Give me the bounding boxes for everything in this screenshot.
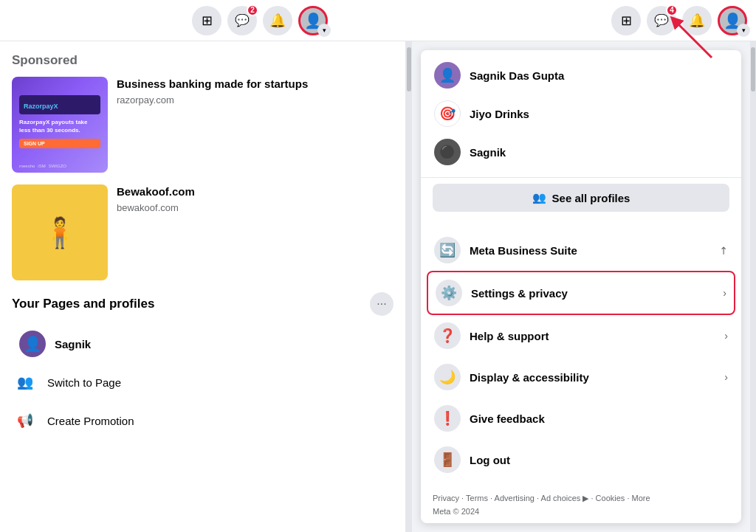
left-panel: Sponsored RazorpayX RazorpayX payouts ta… — [0, 41, 406, 532]
feedback-icon: ❗ — [434, 405, 461, 432]
settings-icon: ⚙️ — [436, 280, 462, 306]
razorpay-ad-title: Business banking made for startups — [117, 77, 308, 91]
left-scroll-thumb — [407, 47, 411, 91]
see-all-profiles-button[interactable]: 👥 See all profiles — [433, 184, 729, 212]
right-scroll-thumb — [751, 47, 755, 91]
external-link-icon: ↗ — [716, 243, 731, 258]
left-scrollbar[interactable] — [406, 41, 412, 532]
settings-privacy-label: Settings & privacy — [471, 287, 714, 300]
switch-to-page-label: Switch to Page — [47, 376, 121, 389]
name-sagnik: Sagnik — [470, 146, 506, 159]
bewakoof-ad[interactable]: 🧍 Bewakoof.com bewakoof.com — [12, 184, 394, 280]
create-promotion-label: Create Promotion — [47, 415, 134, 427]
name-sagnik-das-gupta: Sagnik Das Gupta — [470, 69, 564, 82]
menu-give-feedback[interactable]: ❗ Give feedback — [427, 398, 735, 439]
dropdown-footer: Privacy · Terms · Advertising · Ad choic… — [421, 486, 741, 523]
pages-more-button[interactable]: ··· — [370, 292, 394, 316]
dropdown-menu: 👤 Sagnik Das Gupta 🎯 Jiyo Drinks ⚫ — [421, 50, 741, 523]
meta-copyright: Meta © 2024 — [433, 505, 729, 519]
messenger-badge-left: 2 — [247, 4, 258, 16]
help-support-label: Help & support — [470, 330, 715, 342]
logout-icon: 🚪 — [434, 446, 461, 473]
avatar-chevron-left[interactable]: ▾ — [317, 24, 331, 37]
sagnik-page-avatar: 👤 — [19, 331, 46, 357]
razorpay-ad-image: RazorpayX RazorpayX payouts take less th… — [12, 77, 108, 173]
razorpay-ad[interactable]: RazorpayX RazorpayX payouts take less th… — [12, 77, 394, 173]
settings-arrow-icon: › — [723, 287, 726, 299]
menu-meta-business[interactable]: 🔄 Meta Business Suite ↗ — [427, 229, 735, 271]
grid-icon-right[interactable]: ⊞ — [611, 6, 641, 35]
pages-section: Your Pages and profiles ··· 👤 Sagnik 👥 S… — [12, 292, 394, 440]
avatar-sagnik: ⚫ — [434, 139, 461, 165]
bewakoof-ad-subtitle: bewakoof.com — [117, 202, 195, 213]
see-all-label: See all profiles — [552, 192, 630, 204]
meta-business-label: Meta Business Suite — [470, 244, 710, 257]
avatar-sagnik-das-gupta: 👤 — [434, 62, 461, 89]
navbar: ⊞ 💬 2 🔔 👤 ▾ ⊞ 💬 4 🔔 👤 ▾ — [0, 0, 756, 41]
messenger-icon-left[interactable]: 💬 2 — [227, 6, 257, 35]
footer-links: Privacy · Terms · Advertising · Ad choic… — [433, 492, 729, 505]
profile-sagnik[interactable]: ⚫ Sagnik — [427, 133, 735, 171]
bewakoof-ad-title: Bewakoof.com — [117, 184, 195, 199]
display-arrow-icon: › — [724, 371, 728, 383]
menu-section: 🔄 Meta Business Suite ↗ ⚙️ Settings & pr… — [421, 224, 741, 486]
switch-to-page-item[interactable]: 👥 Switch to Page — [12, 363, 394, 401]
main-content: Sponsored RazorpayX RazorpayX payouts ta… — [0, 41, 756, 532]
sponsored-section: Sponsored RazorpayX RazorpayX payouts ta… — [12, 53, 394, 280]
give-feedback-label: Give feedback — [470, 412, 728, 425]
terms-link[interactable]: Terms — [466, 494, 488, 502]
avatar-jiyo-drinks: 🎯 — [434, 100, 461, 127]
profile-jiyo-drinks[interactable]: 🎯 Jiyo Drinks — [427, 94, 735, 133]
pages-section-title: Your Pages and profiles — [12, 297, 154, 311]
switch-icon: 👥 — [12, 369, 38, 395]
avatar-wrapper-left[interactable]: 👤 ▾ — [298, 6, 328, 35]
log-out-label: Log out — [470, 454, 728, 466]
bell-icon-left[interactable]: 🔔 — [263, 6, 292, 35]
create-promotion-item[interactable]: 📢 Create Promotion — [12, 401, 394, 440]
right-scrollbar[interactable] — [750, 41, 756, 532]
right-panel: 👤 Sagnik Das Gupta 🎯 Jiyo Drinks ⚫ — [412, 41, 750, 532]
razorpay-partner-logos: meeshoiSMSWIGZO — [19, 164, 66, 168]
menu-settings-privacy[interactable]: ⚙️ Settings & privacy › — [427, 271, 735, 315]
promotion-icon: 📢 — [12, 407, 38, 434]
profile-sagnik-das-gupta[interactable]: 👤 Sagnik Das Gupta — [427, 56, 735, 94]
razorpay-ad-info: Business banking made for startups razor… — [117, 77, 308, 106]
menu-log-out[interactable]: 🚪 Log out — [427, 439, 735, 480]
menu-display-accessibility[interactable]: 🌙 Display & accessibility › — [427, 356, 735, 398]
grid-icon-left[interactable]: ⊞ — [192, 6, 221, 35]
nav-icons: ⊞ 💬 2 🔔 👤 ▾ ⊞ 💬 4 🔔 👤 ▾ — [611, 6, 747, 35]
pages-header: Your Pages and profiles ··· — [12, 292, 394, 316]
name-jiyo-drinks: Jiyo Drinks — [470, 108, 529, 120]
razorpay-logo: RazorpayX — [24, 103, 58, 110]
sagnik-page-item[interactable]: 👤 Sagnik — [12, 325, 394, 363]
bewakoof-ad-image: 🧍 — [12, 184, 108, 280]
razorpay-tagline: RazorpayX payouts take less than 30 seco… — [19, 119, 100, 134]
avatar-wrapper-right[interactable]: 👤 ▾ — [718, 6, 747, 35]
bewakoof-ad-info: Bewakoof.com bewakoof.com — [117, 184, 195, 213]
messenger-icon-right[interactable]: 💬 4 — [647, 6, 676, 35]
more-link[interactable]: More — [632, 494, 650, 502]
avatar-chevron-right[interactable]: ▾ — [737, 24, 750, 37]
see-all-icon: 👥 — [532, 191, 546, 204]
razorpay-signup-btn[interactable]: SIGN UP — [19, 139, 100, 148]
bell-icon-right[interactable]: 🔔 — [682, 6, 712, 35]
sagnik-page-name: Sagnik — [55, 338, 91, 350]
display-accessibility-label: Display & accessibility — [470, 371, 715, 384]
cookies-link[interactable]: Cookies — [596, 494, 625, 502]
privacy-link[interactable]: Privacy — [433, 494, 459, 502]
sponsored-title: Sponsored — [12, 53, 394, 68]
advertising-link[interactable]: Advertising — [495, 494, 535, 502]
menu-help-support[interactable]: ❓ Help & support › — [427, 315, 735, 356]
help-icon: ❓ — [434, 322, 461, 349]
meta-business-icon: 🔄 — [434, 237, 461, 263]
messenger-badge-right: 4 — [666, 4, 678, 16]
razorpay-ad-subtitle: razorpay.com — [117, 94, 308, 106]
ad-choices-link[interactable]: Ad choices ▶ — [541, 494, 589, 502]
display-icon: 🌙 — [434, 364, 461, 390]
profile-section: 👤 Sagnik Das Gupta 🎯 Jiyo Drinks ⚫ — [421, 50, 741, 178]
help-arrow-icon: › — [724, 330, 728, 342]
